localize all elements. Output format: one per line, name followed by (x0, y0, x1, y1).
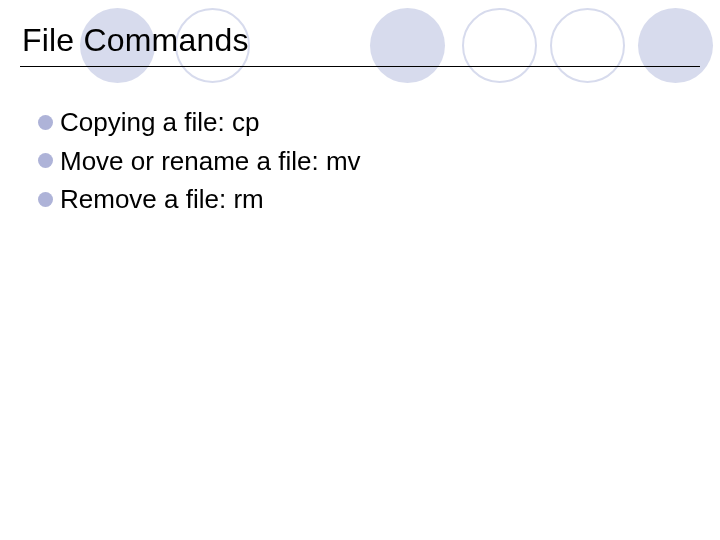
list-item: Move or rename a file: mv (38, 145, 361, 178)
bullet-list: Copying a file: cp Move or rename a file… (38, 106, 361, 222)
bullet-text: Copying a file: cp (60, 106, 259, 139)
bullet-icon (38, 153, 53, 168)
bullet-icon (38, 192, 53, 207)
slide-title: File Commands (22, 22, 249, 59)
decor-circle-icon (462, 8, 537, 83)
list-item: Remove a file: rm (38, 183, 361, 216)
bullet-icon (38, 115, 53, 130)
decor-circle-icon (550, 8, 625, 83)
bullet-text: Move or rename a file: mv (60, 145, 361, 178)
title-underline (20, 66, 700, 67)
bullet-text: Remove a file: rm (60, 183, 264, 216)
decor-circle-icon (370, 8, 445, 83)
decor-circle-icon (638, 8, 713, 83)
list-item: Copying a file: cp (38, 106, 361, 139)
